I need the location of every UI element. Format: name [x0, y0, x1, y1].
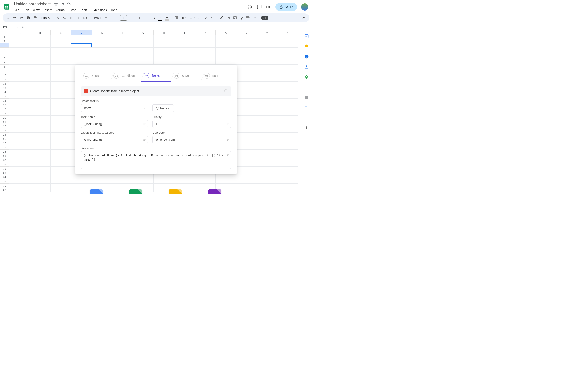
contacts-icon[interactable]	[304, 65, 309, 69]
col-header-G[interactable]: G	[133, 30, 154, 35]
cell[interactable]	[30, 162, 51, 167]
cell[interactable]	[236, 154, 257, 158]
maps-icon[interactable]	[304, 75, 309, 80]
cell[interactable]	[195, 35, 216, 39]
cell[interactable]	[71, 184, 92, 188]
sheets-logo[interactable]	[3, 3, 11, 11]
cell[interactable]	[257, 120, 277, 124]
cell[interactable]	[51, 69, 71, 73]
menu-format[interactable]: Format	[54, 7, 67, 13]
app-forms[interactable]: Google Forms	[205, 189, 225, 193]
cell[interactable]	[9, 179, 30, 184]
cell[interactable]	[216, 39, 236, 43]
cell[interactable]	[9, 48, 30, 52]
row-header[interactable]: 12	[0, 82, 9, 86]
cell[interactable]	[9, 175, 30, 179]
calendar-icon[interactable]: 31	[304, 33, 309, 39]
row-header[interactable]: 32	[0, 167, 9, 171]
cell[interactable]	[216, 52, 236, 56]
cell[interactable]	[51, 52, 71, 56]
cell[interactable]	[9, 35, 30, 39]
tasks-icon[interactable]	[304, 54, 309, 59]
search-menu-icon[interactable]	[5, 15, 11, 21]
cell[interactable]	[30, 43, 51, 48]
menu-extensions[interactable]: Extensions	[90, 7, 108, 13]
cell[interactable]	[9, 43, 30, 48]
cell[interactable]	[277, 73, 298, 77]
cell[interactable]	[277, 35, 298, 39]
functions-icon[interactable]: Σ	[252, 15, 258, 21]
cell[interactable]	[92, 56, 112, 60]
cell[interactable]	[112, 52, 133, 56]
cell[interactable]	[236, 137, 257, 141]
cell[interactable]	[154, 179, 174, 184]
account-avatar[interactable]	[301, 3, 308, 10]
cell[interactable]	[30, 94, 51, 99]
cell[interactable]	[257, 107, 277, 111]
row-header[interactable]: 27	[0, 145, 9, 150]
cell[interactable]	[236, 162, 257, 167]
cell[interactable]	[236, 99, 257, 103]
cell[interactable]	[51, 65, 71, 69]
cell[interactable]	[216, 43, 236, 48]
cell[interactable]	[257, 167, 277, 171]
row-header[interactable]: 33	[0, 171, 9, 175]
name-box[interactable]: D3▾	[2, 25, 19, 29]
col-header-H[interactable]: H	[154, 30, 174, 35]
cell[interactable]	[236, 35, 257, 39]
col-header-N[interactable]: N	[277, 30, 298, 35]
fill-color-icon[interactable]	[164, 15, 170, 21]
cell[interactable]	[195, 39, 216, 43]
row-header[interactable]: 29	[0, 154, 9, 158]
cell[interactable]	[71, 175, 92, 179]
cell[interactable]	[277, 150, 298, 154]
cell[interactable]	[9, 39, 30, 43]
cell[interactable]	[30, 111, 51, 116]
cell[interactable]	[9, 116, 30, 120]
app-docs[interactable]: Google Docs	[87, 189, 105, 193]
cell[interactable]	[71, 60, 92, 65]
increase-decimal-icon[interactable]: .00	[75, 15, 81, 21]
cell[interactable]	[9, 167, 30, 171]
cell[interactable]	[51, 137, 71, 141]
cell[interactable]	[30, 103, 51, 107]
row-header[interactable]: 21	[0, 120, 9, 124]
cell[interactable]	[195, 175, 216, 179]
more-formats-icon[interactable]: 123	[82, 15, 88, 21]
increase-font-icon[interactable]: +	[128, 15, 134, 21]
recording-chip[interactable]: GIF	[261, 16, 268, 20]
cell[interactable]	[9, 184, 30, 188]
row-header[interactable]: 4	[0, 48, 9, 52]
cell[interactable]	[133, 48, 154, 52]
row-header[interactable]: 2	[0, 39, 9, 43]
cell[interactable]	[277, 154, 298, 158]
cell[interactable]	[257, 158, 277, 162]
cloud-status-icon[interactable]	[67, 2, 71, 6]
cell[interactable]	[9, 65, 30, 69]
currency-icon[interactable]: $	[55, 15, 61, 21]
menu-file[interactable]: File	[13, 7, 21, 13]
insert-chart-icon[interactable]	[232, 15, 238, 21]
cell[interactable]	[277, 65, 298, 69]
cell[interactable]	[257, 60, 277, 65]
col-header-B[interactable]: B	[30, 30, 51, 35]
cell[interactable]	[236, 184, 257, 188]
select-all-corner[interactable]	[0, 30, 9, 35]
row-header[interactable]: 13	[0, 86, 9, 90]
cell[interactable]	[92, 35, 112, 39]
insert-comment-icon[interactable]	[225, 15, 232, 21]
cell[interactable]	[9, 137, 30, 141]
cell[interactable]	[236, 65, 257, 69]
cell[interactable]	[30, 137, 51, 141]
cell[interactable]	[195, 184, 216, 188]
row-header[interactable]: 16	[0, 99, 9, 103]
cell[interactable]	[236, 171, 257, 175]
cell[interactable]	[154, 184, 174, 188]
cell[interactable]	[257, 111, 277, 116]
row-header[interactable]: 25	[0, 137, 9, 141]
col-header-F[interactable]: F	[112, 30, 133, 35]
row-header[interactable]: 37	[0, 188, 9, 192]
cell[interactable]	[236, 116, 257, 120]
cell[interactable]	[112, 175, 133, 179]
cell[interactable]	[51, 86, 71, 90]
